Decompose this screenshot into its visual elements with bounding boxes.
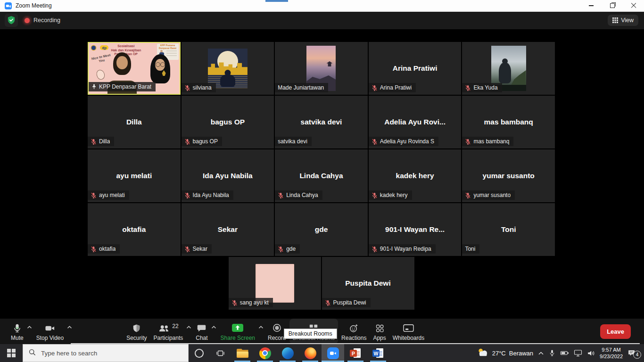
participant-tile[interactable]: Toni Toni [462, 203, 555, 256]
participant-name-text: Linda Cahya [286, 192, 318, 198]
participant-tile[interactable]: gde gde [275, 203, 368, 256]
participant-name-label: kadek hery [369, 190, 412, 200]
participant-name-text: oktafia [99, 246, 116, 252]
notification-center-button[interactable]: 4 [627, 349, 640, 357]
tray-expand-chevron[interactable] [538, 351, 544, 355]
video-options-chevron[interactable] [67, 326, 72, 329]
participant-tile[interactable]: oktafia oktafia [88, 203, 181, 256]
participant-tile[interactable]: Adelia Ayu Rovi... Adelia Ayu Rovinda S [369, 96, 462, 148]
participant-display-name: Linda Cahya [299, 172, 343, 180]
participant-name-text: silviana [193, 84, 212, 91]
taskbar-word[interactable]: W [367, 344, 389, 362]
minimize-button[interactable] [580, 0, 602, 11]
restore-button[interactable] [602, 0, 623, 11]
whiteboards-button[interactable]: Whiteboards [389, 319, 428, 344]
system-tray: 27°C Berawan 9:57 AM 9/23/2022 4 [477, 344, 644, 362]
network-icon[interactable] [574, 349, 582, 357]
reactions-button[interactable]: Reactions [338, 319, 370, 344]
participant-name-label: Puspita Dewi [322, 298, 371, 307]
taskbar-weather[interactable]: 27°C Berawan [477, 348, 533, 358]
stop-video-button[interactable]: Stop Video [33, 319, 67, 344]
participant-name-label: mas bambanq [462, 137, 513, 146]
muted-mic-icon [278, 246, 284, 252]
cortana-button[interactable] [189, 344, 210, 362]
muted-mic-icon [184, 139, 190, 145]
search-input[interactable] [40, 349, 188, 357]
zoom-app-icon [5, 2, 12, 9]
taskbar-file-explorer[interactable] [231, 344, 254, 362]
participant-display-name: mas bambanq [484, 118, 533, 126]
participants-button[interactable]: 22 Participants [150, 319, 187, 344]
recording-indicator: Recording [25, 17, 60, 24]
green-shield-icon [7, 16, 16, 25]
taskbar-zoom-active[interactable] [322, 344, 344, 362]
participant-display-name: Dilla [126, 118, 142, 126]
participant-tile[interactable]: bagus OP bagus OP [182, 96, 274, 148]
participant-tile[interactable]: Sekar Sekar [182, 203, 274, 256]
leave-button[interactable]: Leave [600, 324, 631, 339]
participant-tile[interactable]: silviana [182, 42, 274, 95]
participant-name-text: Sekar [193, 246, 207, 252]
participant-tile[interactable]: Ida Ayu Nabila Ida Ayu Nabila [182, 149, 274, 202]
participant-name-label: yumar susanto [462, 190, 515, 200]
task-view-button[interactable] [210, 344, 231, 362]
participant-name-label: 901-I Wayan Redipa [369, 244, 436, 254]
file-explorer-icon [237, 349, 248, 358]
taskbar-powerpoint[interactable]: P [344, 344, 367, 362]
participant-tile[interactable]: Made Juniartawan [275, 42, 368, 95]
participant-tile[interactable]: kadek hery kadek hery [369, 149, 462, 202]
participant-tile[interactable]: 901-I Wayan Re... 901-I Wayan Redipa [369, 203, 462, 256]
start-button[interactable] [0, 344, 23, 362]
participant-tile[interactable]: Eka Yuda [462, 42, 555, 95]
participant-tile-kpp[interactable]: djp Sosialisasi Hak dan Kewajiban Perpaj… [88, 42, 181, 95]
security-button[interactable]: Security [123, 319, 150, 344]
participant-tile[interactable]: Puspita Dewi Puspita Dewi [322, 257, 414, 310]
participant-tile[interactable]: satvika devi satvika devi [275, 96, 368, 148]
taskbar-search[interactable] [23, 344, 189, 362]
muted-mic-icon [278, 192, 284, 198]
record-icon [272, 323, 282, 333]
close-button[interactable] [623, 0, 644, 11]
meeting-info-shield-button[interactable] [5, 14, 18, 27]
participant-name-text: Puspita Dewi [333, 299, 366, 306]
taskbar-clock[interactable]: 9:57 AM 9/23/2022 [600, 346, 623, 360]
participant-name-label: Linda Cahya [275, 190, 322, 200]
participant-display-name: ayu melati [116, 172, 152, 180]
apps-button[interactable]: Apps [370, 319, 389, 344]
participant-display-name: 901-I Wayan Re... [385, 225, 445, 234]
participant-tile[interactable]: mas bambanq mas bambanq [462, 96, 555, 148]
muted-mic-icon [465, 192, 471, 198]
mute-options-chevron[interactable] [27, 326, 32, 329]
task-view-icon [216, 350, 224, 357]
volume-icon[interactable] [587, 350, 595, 357]
participant-tile[interactable]: ayu melati ayu melati [88, 149, 181, 202]
taskbar-firefox[interactable] [299, 344, 322, 362]
chat-options-chevron[interactable] [211, 326, 216, 329]
meeting-toolbar: Mute Stop Video Security 22 Participants… [0, 319, 644, 344]
participant-tile[interactable]: Arina Pratiwi Arina Pratiwi [369, 42, 462, 95]
breakout-rooms-button[interactable]: Breakout Rooms Breakout Rooms [289, 319, 338, 344]
taskbar-chrome[interactable] [254, 344, 276, 362]
mute-button[interactable]: Mute [8, 319, 27, 344]
participant-name-label: silviana [182, 83, 216, 92]
share-options-chevron[interactable] [258, 326, 264, 329]
participant-tile[interactable]: yumar susanto yumar susanto [462, 149, 555, 202]
participant-name-label: ayu melati [88, 190, 129, 200]
participant-tile[interactable]: sang ayu kt [229, 257, 321, 310]
view-button[interactable]: View [608, 15, 638, 26]
meeting-stage: djp Sosialisasi Hak dan Kewajiban Perpaj… [0, 29, 644, 319]
participant-tile[interactable]: Dilla Dilla [88, 96, 181, 148]
participant-tile[interactable]: Linda Cahya Linda Cahya [275, 149, 368, 202]
participant-name-label: Adelia Ayu Rovinda S [369, 137, 438, 146]
chrome-icon [259, 347, 271, 359]
taskbar-edge[interactable] [276, 344, 299, 362]
participant-display-name: satvika devi [301, 118, 342, 126]
participants-options-chevron[interactable] [186, 326, 191, 329]
participant-name-text: kadek hery [380, 192, 408, 198]
participant-name-text: Made Juniartawan [278, 84, 324, 91]
reactions-smiley-icon [348, 323, 359, 333]
battery-icon[interactable] [560, 350, 569, 356]
share-screen-button[interactable]: Share Screen [217, 319, 258, 344]
chat-button[interactable]: Chat [192, 319, 211, 344]
microphone-tray-icon[interactable] [549, 349, 555, 357]
